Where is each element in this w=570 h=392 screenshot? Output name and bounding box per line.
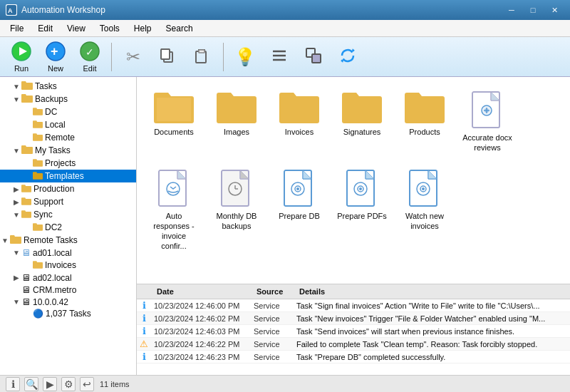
file-item-accurate-docx[interactable]: Accurate docx reviews [459,86,516,158]
log-col-date: Date [151,286,251,297]
expander-ad01[interactable]: ▼ [11,249,21,257]
file-item-prepare-db[interactable]: Prepare DB [271,164,328,257]
log-date: 10/23/2024 12:46:03 PM [151,327,251,336]
log-icon-info: ℹ [137,313,151,324]
log-row[interactable]: ℹ 10/23/2024 12:46:23 PM Service Task "P… [137,351,570,363]
sidebar-item-projects[interactable]: ▶ Projects [0,157,136,170]
log-col-icon [137,286,151,297]
sidebar-item-invoices-remote[interactable]: ▶ Invoices [0,259,136,272]
status-icon-2[interactable]: 🔍 [24,377,38,391]
file-item-invoices[interactable]: Invoices [271,86,328,158]
edit-button[interactable]: ✓ Edit [74,40,105,74]
status-icon-5[interactable]: ↩ [80,377,94,391]
expander-mytasks[interactable]: ▼ [11,147,21,155]
close-button[interactable]: ✕ [544,3,564,17]
sidebar-item-crm[interactable]: ▶ 🖥 CRM.metro [0,284,136,296]
log-row[interactable]: ℹ 10/23/2024 12:46:02 PM Service Task "N… [137,312,570,325]
new-button[interactable]: + New [40,40,71,74]
sidebar-item-ip[interactable]: ▼ 🖥 10.0.0.42 [0,296,136,308]
sidebar-item-ad02[interactable]: ▶ 🖥 ad02.local [0,272,136,284]
sidebar-item-backups[interactable]: ▼ Backups [0,93,136,105]
sidebar-item-remote[interactable]: ▶ Remote [0,131,136,144]
task-icon-accurate [471,91,504,131]
file-item-prepare-pdfs[interactable]: Prepare PDFs [333,164,390,257]
status-icon-4[interactable]: ⚙ [61,377,76,391]
file-item-products[interactable]: Products [396,86,453,158]
expander-crm: ▶ [11,286,21,294]
menu-file[interactable]: File [3,22,31,35]
expander-production[interactable]: ▶ [11,185,21,193]
expander-dc[interactable]: ▶ [23,108,33,116]
log-date: 10/23/2024 12:46:23 PM [151,353,251,361]
sidebar-item-remote-tasks[interactable]: ▼ Remote Tasks [0,234,136,247]
menu-edit[interactable]: Edit [31,22,60,35]
sidebar-label-projects: Projects [45,158,76,168]
sidebar-item-mytasks[interactable]: ▼ My Tasks [0,144,136,157]
log-row[interactable]: ℹ 10/23/2024 12:46:00 PM Service Task "S… [137,299,570,312]
folder-icon-dc [33,106,43,118]
bulb-button[interactable]: 💡 [229,40,261,74]
file-label-products: Products [409,127,440,137]
sidebar-item-ad01[interactable]: ▼ 🖥 ad01.local [0,247,136,259]
log-row[interactable]: ℹ 10/23/2024 12:46:03 PM Service Task "S… [137,325,570,338]
expander-remote-tasks[interactable]: ▼ [0,237,10,244]
svg-text:+: + [51,44,58,58]
cut-button[interactable]: ✂ [118,40,149,74]
file-item-signatures[interactable]: Signatures [333,86,390,158]
sidebar-item-sync[interactable]: ▼ Sync [0,208,136,221]
expander-tasks-count: ▶ [23,310,33,318]
expander-tasks[interactable]: ▼ [11,83,21,91]
file-item-documents[interactable]: Documents [145,86,202,158]
sidebar-item-templates[interactable]: ▶ Templates [0,170,136,182]
refresh-button[interactable] [332,40,363,74]
log-col-details: Details [294,286,570,297]
log-source: Service [251,327,294,336]
folder-icon-support [21,196,31,207]
sidebar-item-dc2[interactable]: ▶ DC2 [0,221,136,234]
expander-backups[interactable]: ▼ [11,96,21,103]
status-icon-1[interactable]: ℹ [6,377,20,391]
lines-button[interactable] [264,40,295,74]
menu-tools[interactable]: Tools [93,22,127,35]
sidebar-label-ad02: ad02.local [33,273,72,283]
log-date: 10/23/2024 12:46:00 PM [151,301,251,310]
file-item-watch-invoices[interactable]: Watch new invoices [396,164,453,257]
maximize-button[interactable]: □ [523,3,543,17]
expander-ad02[interactable]: ▶ [11,274,21,282]
log-icon-info: ℹ [137,351,151,362]
file-item-auto-responses[interactable]: Auto responses - invoice confir... [145,164,202,257]
status-icon-3[interactable]: ▶ [43,377,57,391]
file-item-monthly-db[interactable]: Monthly DB backups [208,164,265,257]
expander-invoices-remote: ▶ [23,262,33,269]
copy-button[interactable] [152,40,183,74]
expander-support[interactable]: ▶ [11,198,21,206]
folder-icon-local [33,119,43,130]
expander-sync[interactable]: ▼ [11,211,21,219]
sidebar-label-dc: DC [45,107,57,117]
log-area: Date Source Details ℹ 10/23/2024 12:46:0… [137,284,570,375]
run-label: Run [14,64,28,73]
window-button[interactable] [298,40,329,74]
sidebar-label-support: Support [33,197,63,207]
sidebar-item-local[interactable]: ▶ Local [0,118,136,131]
run-button[interactable]: Run [6,40,37,74]
expander-ip[interactable]: ▼ [11,298,21,306]
minimize-button[interactable]: ─ [502,3,522,17]
sidebar-item-dc[interactable]: ▶ DC [0,105,136,118]
sidebar-label-backups: Backups [35,94,68,104]
sidebar-label-invoices-remote: Invoices [45,260,76,270]
sidebar-item-tasks[interactable]: ▼ Tasks [0,80,136,93]
new-label: New [48,64,63,73]
file-item-images[interactable]: Images [208,86,265,158]
sidebar-item-production[interactable]: ▶ Production [0,182,136,195]
menu-view[interactable]: View [60,22,93,35]
sidebar-item-tasks-count[interactable]: ▶ 🔵 1,037 Tasks [0,308,136,319]
log-icon-warn: ⚠ [137,339,151,349]
sidebar-item-support[interactable]: ▶ Support [0,195,136,208]
menu-help[interactable]: Help [127,22,159,35]
log-row[interactable]: ⚠ 10/23/2024 12:46:22 PM Service Failed … [137,338,570,351]
svg-text:A: A [8,7,13,14]
menu-search[interactable]: Search [159,22,200,35]
log-details: Task "New invoices" Trigger "File & Fold… [294,314,570,323]
paste-button[interactable] [186,40,217,74]
